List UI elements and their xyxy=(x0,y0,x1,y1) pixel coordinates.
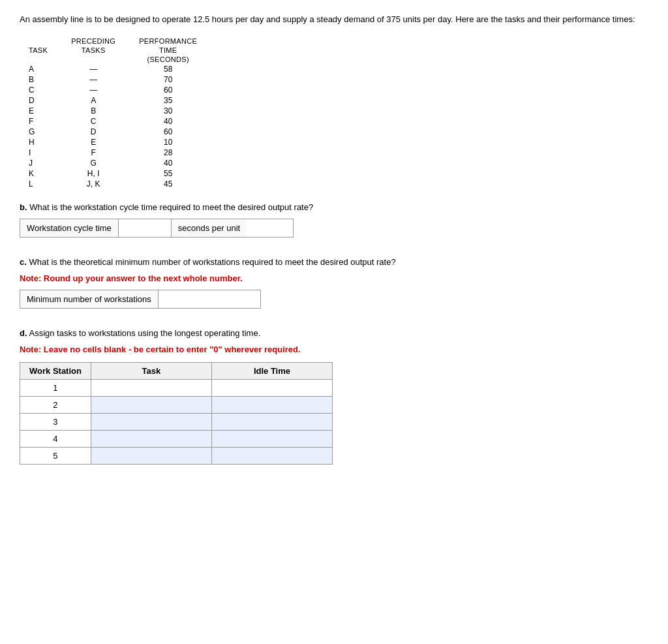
task-row: KH, I55 xyxy=(26,168,209,179)
preceding-cell: — xyxy=(59,74,127,85)
section-d-label: d. xyxy=(20,328,27,338)
ws-num-cell: 1 xyxy=(20,379,91,396)
task-cell: K xyxy=(26,168,59,179)
section-d-note: Note: Leave no cells blank - be certain … xyxy=(20,345,648,354)
assign-task-cell[interactable] xyxy=(91,430,211,447)
time-cell: 58 xyxy=(127,64,209,74)
assign-idle-cell[interactable] xyxy=(211,379,332,396)
section-b: b. What is the workstation cycle time re… xyxy=(20,202,648,238)
preceding-cell: C xyxy=(59,116,127,127)
assign-col-task: Task xyxy=(91,362,211,379)
section-b-question: b. What is the workstation cycle time re… xyxy=(20,202,648,212)
assign-idle-input[interactable] xyxy=(212,431,332,447)
preceding-cell: — xyxy=(59,64,127,74)
task-cell: C xyxy=(26,85,59,95)
assign-row: 1 xyxy=(20,379,333,396)
assign-idle-cell[interactable] xyxy=(211,447,332,464)
section-b-label: b. xyxy=(20,202,27,212)
task-cell: A xyxy=(26,64,59,74)
assign-idle-cell[interactable] xyxy=(211,430,332,447)
section-c-note: Note: Round up your answer to the next w… xyxy=(20,273,648,283)
task-row: A—58 xyxy=(26,64,209,74)
time-cell: 30 xyxy=(127,106,209,116)
task-cell: L xyxy=(26,179,59,189)
time-cell: 40 xyxy=(127,116,209,127)
assign-task-cell[interactable] xyxy=(91,447,211,464)
col-header-time-label: TIME xyxy=(127,46,209,55)
section-c: c. What is the theoretical minimum numbe… xyxy=(20,257,648,309)
cycle-time-row: Workstation cycle time seconds per unit xyxy=(20,219,294,238)
assign-row: 4 xyxy=(20,430,333,447)
col-header-preceding: PRECEDING xyxy=(59,37,127,46)
col-header-perf-time-label: PERFORMANCE xyxy=(127,37,209,46)
preceding-cell: G xyxy=(59,158,127,168)
section-d: d. Assign tasks to workstations using th… xyxy=(20,328,648,465)
task-row: B—70 xyxy=(26,74,209,85)
task-row: GD60 xyxy=(26,127,209,137)
assign-idle-cell[interactable] xyxy=(211,396,332,413)
task-cell: H xyxy=(26,137,59,147)
section-c-question: c. What is the theoretical minimum numbe… xyxy=(20,257,648,267)
task-row: IF28 xyxy=(26,147,209,158)
assign-col-ws: Work Station xyxy=(20,362,91,379)
assign-task-input[interactable] xyxy=(91,397,211,413)
assign-task-input[interactable] xyxy=(91,380,211,396)
col-header-task: TASK xyxy=(26,37,59,64)
task-row: DA35 xyxy=(26,95,209,106)
assign-task-cell[interactable] xyxy=(91,379,211,396)
preceding-cell: D xyxy=(59,127,127,137)
assign-task-cell[interactable] xyxy=(91,413,211,430)
task-cell: B xyxy=(26,74,59,85)
cycle-time-input[interactable] xyxy=(119,219,171,237)
assign-row: 3 xyxy=(20,413,333,430)
assign-row: 5 xyxy=(20,447,333,464)
assign-col-idle: Idle Time xyxy=(211,362,332,379)
preceding-cell: A xyxy=(59,95,127,106)
assign-task-cell[interactable] xyxy=(91,396,211,413)
assign-task-input[interactable] xyxy=(91,414,211,430)
assign-idle-input[interactable] xyxy=(212,380,332,396)
section-c-label: c. xyxy=(20,257,27,267)
task-cell: I xyxy=(26,147,59,158)
ws-num-cell: 2 xyxy=(20,396,91,413)
assign-idle-input[interactable] xyxy=(212,414,332,430)
task-cell: G xyxy=(26,127,59,137)
task-row: C—60 xyxy=(26,85,209,95)
task-cell: E xyxy=(26,106,59,116)
ws-num-cell: 4 xyxy=(20,430,91,447)
assign-task-input[interactable] xyxy=(91,448,211,464)
assign-task-input[interactable] xyxy=(91,431,211,447)
assign-idle-input[interactable] xyxy=(212,397,332,413)
time-cell: 70 xyxy=(127,74,209,85)
task-row: JG40 xyxy=(26,158,209,168)
preceding-cell: B xyxy=(59,106,127,116)
task-table-wrapper: TASK PRECEDING PERFORMANCE TASKS TIME (S… xyxy=(20,37,648,189)
intro-text: An assembly line is to be designed to op… xyxy=(20,13,648,26)
task-cell: F xyxy=(26,116,59,127)
assign-idle-cell[interactable] xyxy=(211,413,332,430)
task-row: LJ, K45 xyxy=(26,179,209,189)
task-cell: D xyxy=(26,95,59,106)
time-cell: 35 xyxy=(127,95,209,106)
ws-num-cell: 5 xyxy=(20,447,91,464)
assign-table: Work Station Task Idle Time 12345 xyxy=(20,362,333,465)
time-cell: 40 xyxy=(127,158,209,168)
preceding-cell: J, K xyxy=(59,179,127,189)
time-cell: 10 xyxy=(127,137,209,147)
min-ws-label: Minimum number of workstations xyxy=(20,290,159,308)
task-row: HE10 xyxy=(26,137,209,147)
min-ws-input[interactable] xyxy=(159,290,211,308)
task-row: FC40 xyxy=(26,116,209,127)
time-cell: 28 xyxy=(127,147,209,158)
col-header-seconds: (SECONDS) xyxy=(127,55,209,64)
preceding-cell: F xyxy=(59,147,127,158)
assign-row: 2 xyxy=(20,396,333,413)
time-cell: 60 xyxy=(127,127,209,137)
col-header-tasks: TASKS xyxy=(59,46,127,55)
assign-idle-input[interactable] xyxy=(212,448,332,464)
section-d-question: d. Assign tasks to workstations using th… xyxy=(20,328,648,338)
time-cell: 60 xyxy=(127,85,209,95)
preceding-cell: E xyxy=(59,137,127,147)
time-cell: 55 xyxy=(127,168,209,179)
min-ws-row: Minimum number of workstations xyxy=(20,290,261,309)
